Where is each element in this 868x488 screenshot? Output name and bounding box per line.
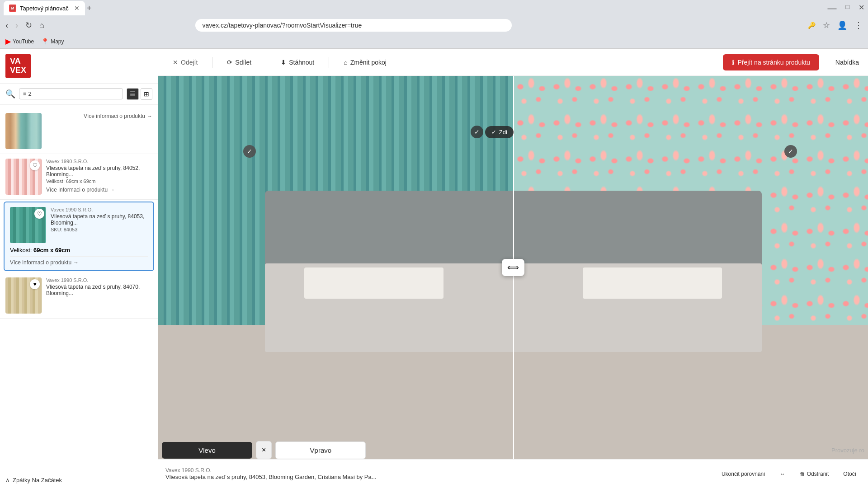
- back-to-start-button[interactable]: ∧ Zpátky Na Začátek: [0, 472, 158, 488]
- sidebar-search: 🔍 ≡ 2 ☰ ⊞: [0, 84, 158, 105]
- close-icon: ✕: [173, 59, 178, 66]
- change-room-button[interactable]: ⌂ Změnit pokoj: [338, 55, 392, 70]
- product-info-name: Vliesová tapeta na zeď s pruhy, 84053, B…: [165, 474, 710, 480]
- profile-button[interactable]: 👤: [835, 19, 849, 32]
- logo-line1: VA: [10, 57, 26, 66]
- favorite-button[interactable]: ♥: [30, 279, 40, 289]
- visualizer-toolbar: ✕ Odejít ⟳ Sdílet ⬇ Stáhnout ⌂ Změnit po…: [158, 49, 868, 76]
- wall-label-left-area: ✓: [243, 145, 256, 158]
- product-more-link[interactable]: Více informaci o produktu →: [10, 259, 148, 266]
- browser-bookmarks: ▶ YouTube 📍 Mapy: [0, 34, 868, 49]
- more-link-text: Více informaci o produktu: [84, 113, 145, 119]
- go-to-product-button[interactable]: ℹ Přejít na stránku produktu: [723, 54, 819, 70]
- menu-button[interactable]: ⋮: [853, 19, 864, 32]
- favorite-button[interactable]: ♡: [34, 209, 44, 219]
- bookmark-youtube[interactable]: ▶ YouTube: [5, 37, 34, 46]
- arrow-icon: →: [109, 187, 115, 193]
- list-view-button[interactable]: ☰: [127, 88, 139, 100]
- filter-area[interactable]: ≡ 2: [19, 88, 123, 99]
- leave-label: Odejít: [181, 59, 198, 66]
- extensions-button[interactable]: 🔑: [806, 20, 817, 31]
- address-bar[interactable]: [195, 19, 512, 32]
- wall-label-right-area: ✓: [784, 145, 797, 158]
- logo-line2: VEX: [10, 66, 26, 75]
- remove-label: Odstranit: [807, 471, 829, 477]
- browser-titlebar: M Tapetový plánovač ✕ + — □ ✕: [0, 0, 868, 16]
- share-icon: ⟳: [227, 59, 232, 66]
- sidebar: VA VEX 🔍 ≡ 2 ☰ ⊞: [0, 49, 158, 488]
- product-more-link[interactable]: Více informaci o produktu →: [46, 187, 152, 193]
- product-size-selected: Velikost: 69cm x 69cm: [10, 247, 148, 253]
- tab-favicon: M: [9, 5, 16, 12]
- list-item[interactable]: ♥ Vavex 1990 S.R.O. Vliesová tapeta na z…: [0, 273, 158, 319]
- product-name: Vliesová tapeta na zeď s pruhy, 84052, B…: [46, 165, 152, 178]
- change-room-label: Změnit pokoj: [350, 59, 387, 66]
- check-badge-left[interactable]: ✓: [243, 145, 256, 158]
- product-info: Vavex 1990 S.R.O. Vliesová tapeta na zeď…: [46, 159, 152, 193]
- download-button[interactable]: ⬇ Stáhnout: [275, 55, 320, 70]
- bookmark-mapy[interactable]: 📍 Mapy: [41, 38, 64, 45]
- info-icon: ℹ: [732, 59, 734, 66]
- back-button[interactable]: ‹: [4, 19, 10, 32]
- search-button[interactable]: 🔍: [5, 89, 15, 99]
- product-info-text: Vavex 1990 S.R.O. Vliesová tapeta na zeď…: [165, 467, 710, 480]
- back-label: Zpátky Na Začátek: [13, 477, 62, 483]
- room-icon: ⌂: [344, 59, 347, 66]
- go-to-product-label: Přejít na stránku produktu: [738, 59, 810, 66]
- product-info: Vavex 1990 S.R.O. Vliesová tapeta na zeď…: [51, 207, 148, 232]
- product-name: Vliesová tapeta na zeď s pruhy, 84053, B…: [51, 213, 148, 226]
- new-tab-button[interactable]: +: [87, 4, 92, 13]
- main-content: ✕ Odejít ⟳ Sdílet ⬇ Stáhnout ⌂ Změnit po…: [158, 49, 868, 488]
- grid-view-button[interactable]: ⊞: [141, 88, 152, 100]
- list-item[interactable]: ♡ Vavex 1990 S.R.O. Vliesová tapeta na z…: [4, 202, 154, 271]
- remove-button[interactable]: 🗑 Odstranit: [795, 468, 834, 480]
- check-badge-right[interactable]: ✓: [784, 145, 797, 158]
- filter-icon: ≡: [23, 90, 27, 97]
- product-more-link[interactable]: Více informaci o produktu →: [46, 113, 152, 119]
- forward-button[interactable]: ›: [14, 19, 20, 32]
- toolbar-separator: [212, 57, 212, 68]
- zdi-label: Zdi: [499, 129, 507, 136]
- product-brand: Vavex 1990 S.R.O.: [46, 159, 152, 164]
- sidebar-header: VA VEX: [0, 49, 158, 84]
- compare-right-button[interactable]: Vpravo: [275, 441, 366, 459]
- home-button[interactable]: ⌂: [38, 19, 46, 32]
- room-view: ✓ ✓ ✓ Zdi ✓: [158, 76, 868, 459]
- compare-close-button[interactable]: ×: [256, 441, 272, 459]
- product-thumbnail-wrap: ♡: [10, 207, 46, 243]
- leave-button[interactable]: ✕ Odejít: [167, 55, 203, 70]
- swap-button[interactable]: ↔: [775, 468, 790, 480]
- check-icon-center: ✓: [474, 128, 480, 136]
- svg-text:M: M: [11, 6, 14, 10]
- trash-icon: 🗑: [800, 471, 805, 477]
- maximize-button[interactable]: □: [846, 3, 849, 14]
- bookmark-button[interactable]: ☆: [821, 19, 832, 32]
- window-controls: — □ ✕: [828, 3, 864, 14]
- app-container: VA VEX 🔍 ≡ 2 ☰ ⊞: [0, 49, 868, 488]
- browser-toolbar: ‹ › ↻ ⌂ 🔑 ☆ 👤 ⋮: [0, 16, 868, 34]
- product-thumbnail-wrap: [5, 113, 42, 149]
- chevron-up-icon: ∧: [5, 477, 10, 483]
- filter-count: 2: [28, 90, 32, 97]
- share-button[interactable]: ⟳ Sdílet: [222, 55, 257, 70]
- browser-tab[interactable]: M Tapetový plánovač ✕: [4, 1, 85, 15]
- check-icon-left: ✓: [247, 148, 252, 155]
- favorite-button[interactable]: ♡: [30, 160, 40, 170]
- tab-close-button[interactable]: ✕: [74, 5, 80, 12]
- check-badge-center-left[interactable]: ✓: [471, 126, 483, 138]
- rotate-button[interactable]: Otočí: [839, 468, 861, 480]
- youtube-label: YouTube: [13, 38, 34, 45]
- end-comparison-button[interactable]: Ukončit porovnání: [717, 468, 770, 480]
- wall-label-zdi[interactable]: ✓ Zdi: [485, 126, 514, 138]
- list-item[interactable]: Více informaci o produktu →: [0, 108, 158, 154]
- bed-pillow-right: [583, 267, 722, 299]
- tab-title: Tapetový plánovač: [20, 5, 69, 12]
- drag-handle[interactable]: ⟺: [502, 259, 524, 276]
- refresh-button[interactable]: ↻: [24, 19, 34, 32]
- view-toggles: ☰ ⊞: [127, 88, 152, 100]
- list-item[interactable]: ♡ Vavex 1990 S.R.O. Vliesová tapeta na z…: [0, 154, 158, 200]
- close-window-button[interactable]: ✕: [859, 3, 864, 14]
- minimize-button[interactable]: —: [828, 3, 837, 14]
- product-info-brand: Vavex 1990 S.R.O.: [165, 467, 710, 474]
- compare-left-button[interactable]: Vlevo: [162, 442, 252, 459]
